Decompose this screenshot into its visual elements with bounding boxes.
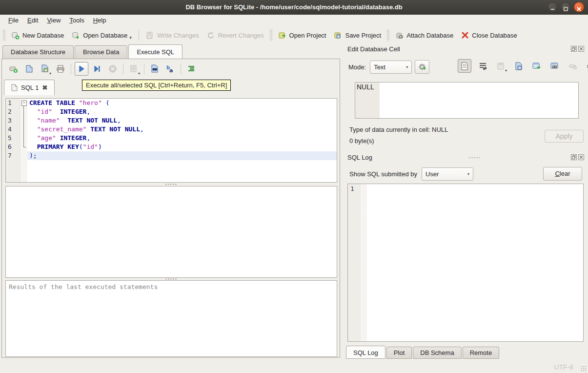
new-database-icon	[11, 31, 20, 40]
float-dock-icon[interactable]	[571, 154, 577, 160]
editor-body[interactable]: 1CREATE TABLE "hero" (2 "id" INTEGER,3 "…	[6, 99, 337, 160]
tab-sql-log[interactable]: SQL Log	[346, 346, 385, 359]
save-sql-file-button[interactable]: ▾	[38, 62, 52, 76]
editor-line[interactable]: 6 PRIMARY KEY("id")	[6, 143, 337, 151]
open-external-button[interactable]	[530, 59, 544, 73]
write-changes-button: Write Changes	[142, 29, 203, 42]
open-database-dropdown-icon[interactable]: ▾	[129, 35, 132, 40]
results-placeholder-text: Results of the last executed statements	[9, 283, 158, 290]
menu-view[interactable]: View	[42, 15, 65, 25]
resize-grip-icon[interactable]	[581, 366, 587, 372]
print-cell-button[interactable]	[584, 59, 588, 73]
execute-sql-panel: ▾ ▾ ba SQL 1 ✖	[1, 59, 340, 358]
toolbar-separator	[139, 29, 139, 41]
chevron-down-icon: ▾	[467, 172, 469, 176]
open-project-button[interactable]: Open Project	[274, 29, 330, 42]
sql-log-view[interactable]: 1	[347, 184, 584, 342]
cell-size-info: 0 byte(s)	[349, 137, 374, 145]
word-wrap-button[interactable]	[476, 59, 489, 73]
editor-line[interactable]: 4 "secret_name" TEXT NOT NULL,	[6, 125, 337, 134]
save-sql-dropdown-icon[interactable]: ▾	[49, 71, 51, 76]
tab-plot[interactable]: Plot	[386, 347, 412, 359]
text-mode-button[interactable]	[458, 59, 471, 73]
tab-db-schema[interactable]: DB Schema	[413, 347, 461, 359]
cell-type-info: Type of data currently in cell: NULL	[349, 126, 448, 133]
tab-execute-sql[interactable]: Execute SQL	[128, 44, 182, 59]
find-replace-button[interactable]	[148, 62, 162, 76]
results-grid-pane[interactable]	[5, 186, 337, 278]
log-filter-label: Show SQL submitted by	[349, 170, 417, 178]
close-dock-icon[interactable]	[578, 154, 584, 160]
splitter-handle-icon[interactable]	[165, 184, 178, 185]
editor-line[interactable]: 3 "name" TEXT NOT NULL,	[6, 116, 337, 125]
cell-editor-icons: ▾	[458, 59, 588, 73]
revert-changes-icon	[207, 31, 215, 40]
minimize-button[interactable]	[547, 2, 558, 12]
titlebar[interactable]: DB Browser for SQLite - /home/user/code/…	[0, 0, 588, 15]
close-sql-tab-icon[interactable]: ✖	[42, 84, 47, 91]
write-changes-icon	[146, 31, 154, 40]
print-sql-button[interactable]	[54, 62, 67, 76]
set-null-button	[566, 59, 580, 73]
execute-sql-button[interactable]	[75, 62, 88, 76]
autocomplete-button[interactable]: ba	[163, 62, 177, 76]
format-sql-button[interactable]	[184, 62, 198, 76]
log-filter-select[interactable]: User ▾	[422, 167, 473, 181]
export-data-button[interactable]	[512, 59, 526, 73]
cell-value-editor[interactable]: NULL	[355, 82, 579, 119]
sql-doc-tabbar: SQL 1 ✖	[4, 80, 55, 95]
clear-log-button[interactable]: Clear	[543, 167, 582, 181]
menu-file[interactable]: File	[4, 15, 23, 25]
import-dropdown-icon: ▾	[505, 68, 507, 73]
copy-link-button[interactable]	[548, 59, 562, 73]
toolbar-handle[interactable]	[269, 29, 273, 41]
toolbar-handle[interactable]	[2, 29, 6, 41]
sql-doc-tab[interactable]: SQL 1 ✖	[4, 80, 55, 95]
mode-select[interactable]: Text ▾	[370, 61, 412, 74]
toolbar-handle[interactable]	[386, 29, 390, 41]
sql-log-title: SQL Log	[347, 154, 372, 163]
editor-line[interactable]: 2 "id" INTEGER,	[6, 107, 337, 116]
attach-database-label: Attach Database	[406, 32, 453, 39]
editor-splitter[interactable]	[5, 183, 337, 186]
app-window: DB Browser for SQLite - /home/user/code/…	[0, 0, 588, 373]
log-line-gutter	[348, 184, 361, 341]
splitter-handle-icon[interactable]	[165, 278, 178, 280]
new-database-button[interactable]: New Database	[7, 29, 68, 42]
execute-sql-tooltip: Execute all/selected SQL [Ctrl+Return, F…	[82, 80, 231, 91]
editor-line[interactable]: 1CREATE TABLE "hero" (	[6, 99, 337, 107]
sql-doc-tab-label: SQL 1	[21, 84, 39, 91]
open-sql-file-button[interactable]	[22, 62, 36, 76]
new-sql-tab-button[interactable]	[7, 62, 20, 76]
save-project-button[interactable]: Save Project	[330, 29, 385, 42]
execute-current-line-button[interactable]	[90, 62, 104, 76]
apply-button: Apply	[545, 130, 584, 143]
editor-line[interactable]: 5 "age" INTEGER,	[6, 134, 337, 143]
maximize-button[interactable]	[561, 2, 571, 12]
revert-changes-label: Revert Changes	[218, 32, 264, 39]
close-button[interactable]	[574, 2, 584, 12]
tab-browse-data[interactable]: Browse Data	[75, 45, 127, 59]
editor-line[interactable]: 7);	[6, 151, 337, 160]
menu-tools[interactable]: Tools	[65, 15, 88, 25]
encoding-indicator[interactable]: UTF-8	[554, 363, 573, 371]
mode-label: Mode:	[348, 63, 366, 71]
float-dock-icon[interactable]	[571, 46, 577, 52]
results-message-pane[interactable]: Results of the last executed statements	[5, 280, 337, 357]
right-dock: Edit Database Cell Mode: Text ▾ ▾	[345, 44, 585, 360]
sql-editor[interactable]: 1CREATE TABLE "hero" (2 "id" INTEGER,3 "…	[5, 98, 337, 183]
attach-database-button[interactable]: Attach Database	[391, 29, 457, 42]
chevron-down-icon: ▾	[406, 65, 408, 69]
tab-database-structure[interactable]: Database Structure	[2, 45, 74, 59]
sql-log-dock-buttons	[571, 154, 584, 160]
open-database-button[interactable]: Open Database ▾	[68, 29, 136, 42]
tab-remote[interactable]: Remote	[463, 347, 500, 359]
auto-apply-button[interactable]	[415, 60, 429, 74]
menu-help[interactable]: Help	[89, 15, 111, 25]
close-database-button[interactable]: Close Database	[457, 29, 521, 41]
main-toolbar: New Database Open Database ▾ Write Chang…	[0, 26, 588, 44]
menu-edit[interactable]: Edit	[23, 15, 42, 25]
close-dock-icon[interactable]	[578, 46, 584, 52]
dock-splitter-handle[interactable]	[468, 157, 481, 159]
log-filter-value: User	[426, 170, 439, 178]
